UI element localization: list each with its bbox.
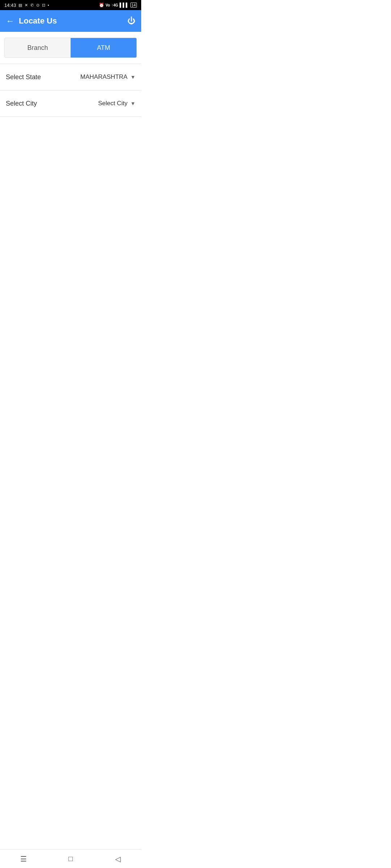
city-filter-row[interactable]: Select City Select City ▼ bbox=[0, 90, 141, 116]
page-title: Locate Us bbox=[19, 16, 127, 26]
tab-atm[interactable]: ATM bbox=[71, 38, 136, 58]
app-header: ← Locate Us ⏻ bbox=[0, 10, 141, 32]
alarm-icon: ⏰ bbox=[99, 3, 104, 8]
back-button[interactable]: ← bbox=[6, 16, 14, 26]
tab-branch[interactable]: Branch bbox=[5, 38, 71, 58]
status-bar: 14:43 ▤ ✕ ✆ ⊙ ⊡ • ⏰ Vo ↑4G ▌▌▌ 14 bbox=[0, 0, 141, 10]
power-button[interactable]: ⏻ bbox=[127, 16, 135, 26]
city-dropdown[interactable]: Select City ▼ bbox=[98, 100, 135, 107]
status-right: ⏰ Vo ↑4G ▌▌▌ 14 bbox=[99, 3, 137, 8]
tab-atm-label: ATM bbox=[97, 44, 110, 52]
network-icon: ↑4G bbox=[112, 3, 118, 7]
state-dropdown-arrow: ▼ bbox=[130, 74, 135, 80]
vo-lte-icon: Vo bbox=[106, 3, 110, 7]
status-left: 14:43 ▤ ✕ ✆ ⊙ ⊡ • bbox=[4, 3, 50, 8]
state-dropdown[interactable]: MAHARASHTRA ▼ bbox=[80, 73, 135, 81]
state-filter-label: Select State bbox=[6, 73, 41, 81]
city-selected-value: Select City bbox=[98, 100, 127, 107]
tab-group: Branch ATM bbox=[4, 38, 137, 58]
city-filter-label: Select City bbox=[6, 100, 37, 107]
tab-branch-label: Branch bbox=[27, 44, 48, 52]
battery-icon: 14 bbox=[130, 3, 137, 8]
main-content bbox=[0, 117, 141, 334]
state-selected-value: MAHARASHTRA bbox=[80, 73, 127, 81]
signal-icon: ▌▌▌ bbox=[119, 3, 129, 8]
status-icons: ▤ ✕ ✆ ⊙ ⊡ • bbox=[18, 3, 50, 8]
status-time: 14:43 bbox=[4, 3, 16, 8]
city-dropdown-arrow: ▼ bbox=[130, 101, 135, 106]
state-filter-row[interactable]: Select State MAHARASHTRA ▼ bbox=[0, 64, 141, 90]
